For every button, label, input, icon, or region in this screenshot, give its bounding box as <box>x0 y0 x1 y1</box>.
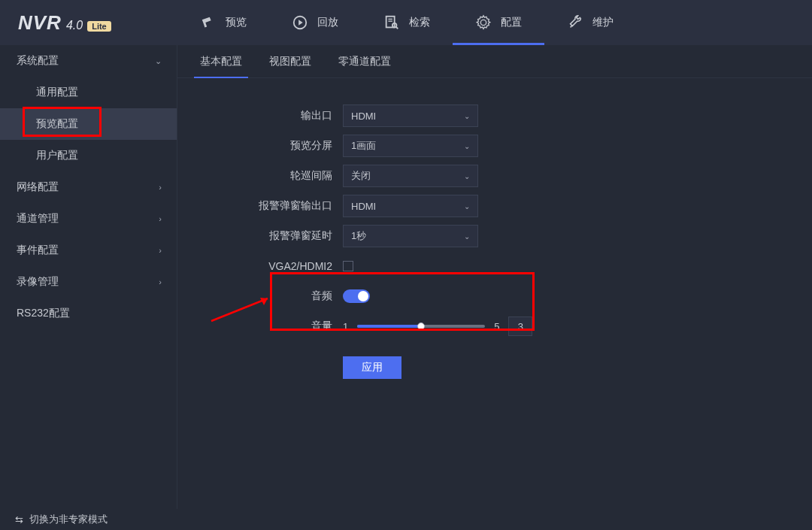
svg-line-6 <box>396 27 398 29</box>
select-value: HDMI <box>351 201 376 212</box>
sidebar-item-record[interactable]: 录像管理 › <box>0 266 177 298</box>
alarm-delay-select[interactable]: 1秒 ⌄ <box>343 225 478 247</box>
sidebar-item-label: 用户配置 <box>36 149 78 162</box>
nav-label: 配置 <box>501 16 522 29</box>
nav-label: 回放 <box>317 16 338 29</box>
chevron-right-icon: › <box>159 183 162 192</box>
footer: ⇆ 切换为非专家模式 <box>0 509 812 530</box>
output-select[interactable]: HDMI ⌄ <box>343 104 478 127</box>
chevron-down-icon: ⌄ <box>464 172 470 180</box>
nav-label: 检索 <box>409 16 430 29</box>
nav-maintain[interactable]: 维护 <box>544 0 636 45</box>
split-select[interactable]: 1画面 ⌄ <box>343 135 478 157</box>
nav-label: 维护 <box>592 16 614 29</box>
nav-label: 预览 <box>226 16 247 29</box>
vga2hdmi2-label: VGA2/HDMI2 <box>192 260 343 272</box>
sidebar-item-label: 通道管理 <box>17 212 59 226</box>
alarm-out-select[interactable]: HDMI ⌄ <box>343 195 478 217</box>
chevron-down-icon: ⌄ <box>464 112 470 120</box>
highlight-marker <box>270 272 535 331</box>
sidebar-item-channel[interactable]: 通道管理 › <box>0 203 177 235</box>
chevron-right-icon: › <box>159 214 162 223</box>
patrol-label: 轮巡间隔 <box>192 169 343 183</box>
patrol-select[interactable]: 关闭 ⌄ <box>343 165 478 187</box>
gear-icon <box>475 14 492 31</box>
logo: NVR 4.0 Lite <box>0 11 177 35</box>
sidebar-item-rs232[interactable]: RS232配置 <box>0 298 177 329</box>
nav-preview[interactable]: 预览 <box>177 0 269 45</box>
tab-label: 视图配置 <box>269 55 311 68</box>
sidebar-item-event[interactable]: 事件配置 › <box>0 235 177 266</box>
top-bar: NVR 4.0 Lite 预览 回放 检索 配置 <box>0 0 812 45</box>
svg-marker-1 <box>298 20 303 25</box>
sidebar-item-preview[interactable]: 预览配置 <box>0 108 177 140</box>
sidebar-item-label: 预览配置 <box>36 117 78 131</box>
playback-icon <box>292 14 308 31</box>
switch-mode-link[interactable]: 切换为非专家模式 <box>29 513 108 526</box>
sidebar-item-label: 录像管理 <box>17 275 59 289</box>
split-label: 预览分屏 <box>192 139 343 153</box>
tab-label: 零通道配置 <box>338 55 391 68</box>
select-value: 1画面 <box>351 139 376 153</box>
wrench-icon <box>567 14 583 31</box>
camera-icon <box>200 14 217 31</box>
logo-brand: NVR <box>18 11 62 35</box>
nav-config[interactable]: 配置 <box>453 0 544 45</box>
sidebar-item-label: 事件配置 <box>17 244 59 257</box>
sidebar-item-label: 网络配置 <box>17 180 59 194</box>
chevron-down-icon: ⌄ <box>155 56 162 66</box>
apply-button[interactable]: 应用 <box>343 356 401 379</box>
vga2hdmi2-checkbox[interactable] <box>343 261 353 271</box>
svg-rect-2 <box>386 17 395 28</box>
select-value: 关闭 <box>351 169 371 183</box>
tabs: 基本配置 视图配置 零通道配置 <box>177 45 812 78</box>
sidebar-item-label: 系统配置 <box>17 54 59 68</box>
sidebar-item-system[interactable]: 系统配置 ⌄ <box>0 45 177 77</box>
nav-playback[interactable]: 回放 <box>269 0 361 45</box>
form: 输出口 HDMI ⌄ 预览分屏 1画面 ⌄ 轮巡间隔 关闭 ⌄ <box>177 78 812 401</box>
document-search-icon <box>383 14 400 31</box>
tab-basic[interactable]: 基本配置 <box>186 45 256 77</box>
sidebar-item-user[interactable]: 用户配置 <box>0 140 177 171</box>
tab-view[interactable]: 视图配置 <box>256 45 325 77</box>
output-label: 输出口 <box>192 109 343 123</box>
sidebar-item-label: 通用配置 <box>36 86 78 99</box>
select-value: HDMI <box>351 111 376 122</box>
sidebar: 系统配置 ⌄ 通用配置 预览配置 用户配置 网络配置 › 通道管理 › 事件配置… <box>0 45 177 509</box>
main-content: 基本配置 视图配置 零通道配置 输出口 HDMI ⌄ 预览分屏 1画面 ⌄ 轮巡… <box>177 45 812 509</box>
sidebar-item-label: RS232配置 <box>17 307 70 320</box>
sidebar-item-general[interactable]: 通用配置 <box>0 77 177 108</box>
chevron-down-icon: ⌄ <box>464 202 470 210</box>
logo-version: 4.0 <box>66 19 83 32</box>
chevron-right-icon: › <box>159 246 162 255</box>
tab-zerochan[interactable]: 零通道配置 <box>325 45 404 77</box>
chevron-down-icon: ⌄ <box>464 232 470 241</box>
swap-icon: ⇆ <box>15 514 23 525</box>
top-nav: 预览 回放 检索 配置 维护 <box>177 0 636 45</box>
nav-search[interactable]: 检索 <box>361 0 453 45</box>
sidebar-item-network[interactable]: 网络配置 › <box>0 171 177 203</box>
alarm-delay-label: 报警弹窗延时 <box>192 229 343 243</box>
logo-edition-badge: Lite <box>87 21 111 32</box>
chevron-down-icon: ⌄ <box>464 142 470 150</box>
alarm-out-label: 报警弹窗输出口 <box>192 199 343 213</box>
chevron-right-icon: › <box>159 277 162 286</box>
select-value: 1秒 <box>351 229 366 243</box>
tab-label: 基本配置 <box>200 55 242 68</box>
